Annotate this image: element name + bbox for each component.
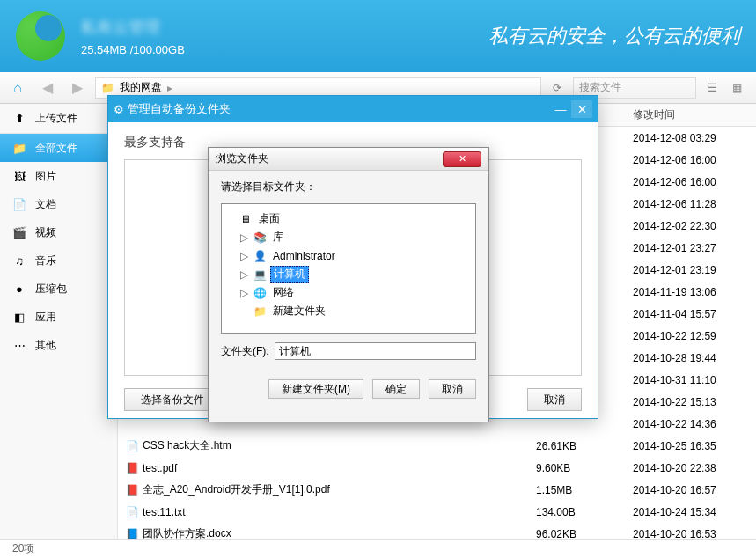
- category-icon: 📁: [12, 141, 26, 155]
- file-name: test.pdf: [143, 462, 177, 474]
- file-date: 2014-12-06 16:00: [633, 154, 756, 166]
- file-date: 2014-10-20 16:53: [633, 528, 756, 540]
- backup-dialog-title: 管理自动备份文件夹: [128, 101, 231, 117]
- file-size: 9.60KB: [536, 462, 633, 474]
- sidebar-item-3[interactable]: 🎬视频: [0, 218, 117, 246]
- sidebar-item-label: 音乐: [35, 253, 56, 268]
- tree-node-icon: 📁: [253, 305, 267, 318]
- file-date: 2014-10-28 19:44: [633, 352, 756, 364]
- file-name: 全志_A20_Android开发手册_V1[1].0.pdf: [143, 482, 330, 497]
- tree-item[interactable]: ▷👤Administrator: [225, 246, 472, 265]
- category-icon: ♫: [12, 253, 26, 268]
- folder-tree[interactable]: 🖥桌面▷📚库▷👤Administrator▷💻计算机▷🌐网络📁新建文件夹: [221, 203, 476, 334]
- file-name: CSS hack大全.htm: [143, 438, 231, 453]
- app-header: 私有云管理 25.54MB /100.00GB 私有云的安全，公有云的便利: [0, 0, 756, 72]
- category-icon: 🖼: [12, 169, 26, 183]
- file-date: 2014-10-25 16:35: [633, 440, 756, 452]
- tree-node-label: 计算机: [270, 266, 309, 283]
- app-logo: [16, 11, 65, 61]
- select-backup-button[interactable]: 选择备份文件: [124, 388, 221, 411]
- table-row[interactable]: 📕全志_A20_Android开发手册_V1[1].0.pdf1.15MB201…: [118, 479, 756, 501]
- file-date: 2014-10-22 15:13: [633, 396, 756, 408]
- tree-item[interactable]: 📁新建文件夹: [225, 302, 472, 320]
- sidebar-item-label: 全部文件: [35, 141, 77, 156]
- chevron-right-icon: ▸: [167, 82, 172, 94]
- sidebar-item-label: 压缩包: [35, 282, 67, 297]
- file-icon: 📘: [125, 527, 139, 540]
- table-row[interactable]: 📘团队协作方案.docx96.02KB2014-10-20 16:53: [118, 523, 756, 539]
- file-icon: 📕: [125, 461, 139, 475]
- tree-item[interactable]: 🖥桌面: [225, 209, 472, 228]
- sidebar-item-label: 视频: [35, 225, 56, 240]
- storage-usage: 25.54MB /100.00GB: [81, 43, 488, 56]
- tree-node-icon: 📚: [253, 231, 267, 244]
- table-row[interactable]: 📄CSS hack大全.htm26.61KB2014-10-25 16:35: [118, 435, 756, 457]
- file-icon: 📕: [125, 483, 139, 497]
- new-folder-button[interactable]: 新建文件夹(M): [268, 379, 363, 399]
- tree-node-icon: 🌐: [253, 287, 267, 299]
- tree-node-icon: 🖥: [239, 213, 253, 225]
- sidebar-item-label: 文档: [35, 197, 56, 212]
- folder-name-input[interactable]: 计算机: [275, 342, 476, 360]
- file-date: 2014-12-06 16:00: [633, 176, 756, 188]
- ok-button[interactable]: 确定: [372, 379, 420, 399]
- file-date: 2014-10-22 12:59: [633, 330, 756, 342]
- sidebar-item-0[interactable]: 📁全部文件: [0, 134, 117, 162]
- back-icon[interactable]: ◀: [35, 77, 60, 99]
- close-icon[interactable]: ✕: [571, 100, 592, 118]
- sidebar-item-label: 应用: [35, 310, 56, 325]
- file-name: test11.txt: [143, 506, 186, 518]
- folder-label: 文件夹(F):: [221, 344, 269, 359]
- list-view-icon[interactable]: ☰: [701, 77, 723, 99]
- file-date: 2014-10-31 11:10: [633, 374, 756, 386]
- category-icon: 🎬: [12, 225, 26, 239]
- sidebar-item-7[interactable]: ⋯其他: [0, 331, 117, 359]
- tree-item[interactable]: ▷📚库: [225, 228, 472, 246]
- file-size: 26.61KB: [536, 440, 633, 452]
- backup-cancel-button[interactable]: 取消: [527, 388, 582, 411]
- file-date: 2014-12-06 11:28: [633, 198, 756, 210]
- category-icon: ⋯: [12, 338, 26, 352]
- sidebar: ⬆ 上传文件 📁全部文件🖼图片📄文档🎬视频♫音乐●压缩包◧应用⋯其他: [0, 104, 118, 539]
- tree-node-icon: 👤: [253, 250, 267, 262]
- tree-item[interactable]: ▷💻计算机: [225, 265, 472, 283]
- upload-button[interactable]: ⬆ 上传文件: [0, 104, 117, 134]
- tree-node-label: 桌面: [256, 211, 283, 226]
- col-date[interactable]: 修改时间: [633, 107, 756, 122]
- file-date: 2014-12-01 23:27: [633, 242, 756, 254]
- statusbar: 20项: [0, 539, 756, 558]
- close-icon[interactable]: ✕: [443, 151, 481, 167]
- minimize-icon[interactable]: —: [550, 100, 571, 118]
- file-icon: 📄: [125, 439, 139, 453]
- table-row[interactable]: 📄test11.txt134.00B2014-10-24 15:34: [118, 501, 756, 523]
- tree-toggle-icon[interactable]: ▷: [239, 250, 249, 262]
- upload-label: 上传文件: [35, 111, 77, 126]
- cancel-button[interactable]: 取消: [429, 379, 476, 399]
- tree-node-label: 库: [270, 230, 286, 245]
- grid-view-icon[interactable]: ▦: [726, 77, 747, 99]
- tree-item[interactable]: ▷🌐网络: [225, 283, 472, 302]
- app-title: 私有云管理: [81, 17, 488, 38]
- tree-toggle-icon[interactable]: ▷: [239, 231, 249, 244]
- category-icon: 📄: [12, 197, 26, 211]
- sidebar-item-1[interactable]: 🖼图片: [0, 162, 117, 190]
- file-name: 团队协作方案.docx: [143, 526, 231, 539]
- browse-folder-dialog: 浏览文件夹 ✕ 请选择目标文件夹： 🖥桌面▷📚库▷👤Administrator▷…: [208, 147, 489, 422]
- home-icon[interactable]: ⌂: [5, 77, 30, 99]
- item-count: 20项: [12, 541, 34, 556]
- tree-node-icon: 💻: [253, 268, 267, 281]
- tree-toggle-icon[interactable]: ▷: [239, 287, 249, 299]
- tree-toggle-icon[interactable]: ▷: [239, 268, 249, 281]
- table-row[interactable]: 📕test.pdf9.60KB2014-10-20 22:38: [118, 457, 756, 479]
- sidebar-item-4[interactable]: ♫音乐: [0, 246, 117, 275]
- sidebar-item-6[interactable]: ◧应用: [0, 303, 117, 331]
- backup-dialog-titlebar[interactable]: ⚙ 管理自动备份文件夹 — ✕: [108, 96, 598, 122]
- category-icon: ●: [12, 282, 26, 296]
- file-size: 1.15MB: [536, 484, 633, 496]
- forward-icon[interactable]: ▶: [65, 77, 90, 99]
- file-date: 2014-10-24 15:34: [633, 506, 756, 518]
- sidebar-item-5[interactable]: ●压缩包: [0, 275, 117, 303]
- sidebar-item-2[interactable]: 📄文档: [0, 190, 117, 218]
- browse-dialog-titlebar[interactable]: 浏览文件夹 ✕: [209, 148, 488, 171]
- file-icon: 📄: [125, 505, 139, 519]
